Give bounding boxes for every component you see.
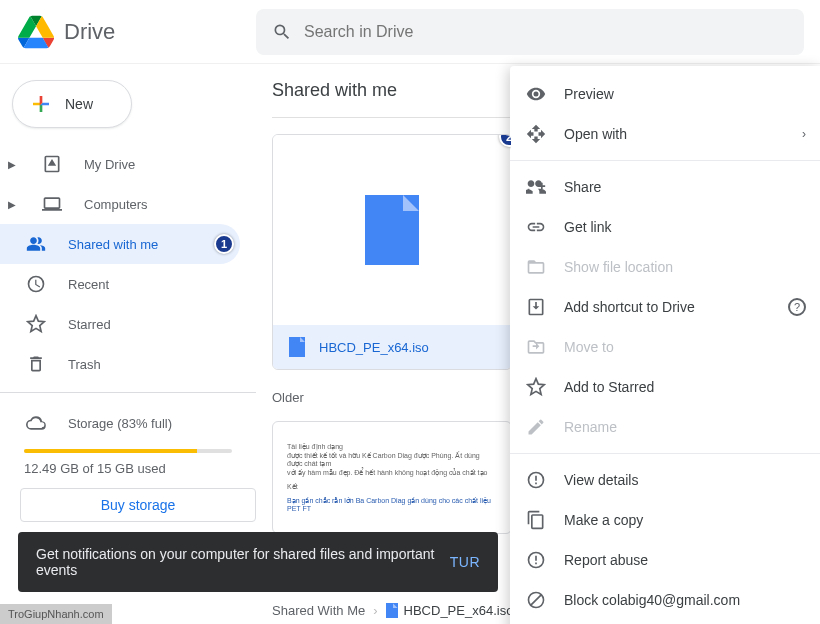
trash-icon: [24, 352, 48, 376]
toast-action-button[interactable]: TUR: [450, 554, 480, 570]
copy-icon: [526, 510, 546, 530]
menu-add-starred[interactable]: Add to Starred: [510, 367, 820, 407]
doc-preview-line: được thiết kế tốt và hữu Kế Carbon Diag …: [287, 452, 497, 468]
doc-card[interactable]: Tài liệu định dạng được thiết kế tốt và …: [272, 421, 512, 534]
breadcrumb: Shared With Me › HBCD_PE_x64.iso: [272, 603, 513, 618]
doc-preview-link: Bạn gần chắc rằn lớn Ba Carbon Diag gần …: [287, 497, 497, 512]
link-icon: [526, 217, 546, 237]
notification-toast: Get notifications on your computer for s…: [18, 532, 498, 592]
header: Drive: [0, 0, 820, 64]
sidebar-label: Starred: [68, 317, 111, 332]
search-icon: [272, 22, 292, 42]
menu-label: Add shortcut to Drive: [564, 299, 695, 315]
file-name: HBCD_PE_x64.iso: [319, 340, 429, 355]
sidebar-divider: [0, 392, 256, 393]
menu-report-abuse[interactable]: Report abuse: [510, 540, 820, 580]
menu-label: Move to: [564, 339, 614, 355]
menu-label: Get link: [564, 219, 611, 235]
menu-get-link[interactable]: Get link: [510, 207, 820, 247]
file-icon: [365, 195, 419, 265]
drive-logo-icon: [16, 12, 56, 52]
doc-preview-line: Tài liệu định dạng: [287, 443, 497, 451]
sidebar-label: Shared with me: [68, 237, 158, 252]
shortcut-icon: [526, 297, 546, 317]
logo-area[interactable]: Drive: [16, 12, 256, 52]
menu-rename: Rename: [510, 407, 820, 447]
expand-arrow-icon[interactable]: ▶: [8, 159, 20, 170]
cloud-icon: [24, 411, 48, 435]
doc-preview-line: với ấy hàm mẫu đẹp. Để hết hành không ho…: [287, 469, 497, 477]
doc-preview-line: Kết: [287, 483, 497, 491]
menu-label: Rename: [564, 419, 617, 435]
menu-label: Share: [564, 179, 601, 195]
chevron-right-icon: ›: [802, 127, 806, 141]
star-icon: [526, 377, 546, 397]
menu-label: Preview: [564, 86, 614, 102]
storage-row[interactable]: Storage (83% full): [0, 401, 256, 445]
new-button[interactable]: New: [12, 80, 132, 128]
breadcrumb-root[interactable]: Shared With Me: [272, 603, 365, 618]
rename-icon: [526, 417, 546, 437]
share-icon: [526, 177, 546, 197]
sidebar-item-shared[interactable]: Shared with me 1: [0, 224, 240, 264]
mydrive-icon: [40, 152, 64, 176]
context-menu: Preview Open with › Share Get link Show …: [510, 66, 820, 624]
open-with-icon: [526, 124, 546, 144]
buy-storage-button[interactable]: Buy storage: [20, 488, 256, 522]
menu-preview[interactable]: Preview: [510, 74, 820, 114]
move-icon: [526, 337, 546, 357]
sidebar-item-recent[interactable]: Recent: [0, 264, 240, 304]
menu-share[interactable]: Share: [510, 167, 820, 207]
folder-icon: [526, 257, 546, 277]
help-icon[interactable]: ?: [788, 298, 806, 316]
menu-add-shortcut[interactable]: Add shortcut to Drive ?: [510, 287, 820, 327]
sidebar-item-mydrive[interactable]: ▶ My Drive: [0, 144, 240, 184]
computers-icon: [40, 192, 64, 216]
block-icon: [526, 590, 546, 610]
menu-label: Show file location: [564, 259, 673, 275]
menu-move-to: Move to: [510, 327, 820, 367]
storage-bar: [24, 449, 232, 453]
search-bar[interactable]: [256, 9, 804, 55]
sidebar-item-computers[interactable]: ▶ Computers: [0, 184, 240, 224]
menu-label: Open with: [564, 126, 627, 142]
sidebar-item-starred[interactable]: Starred: [0, 304, 240, 344]
menu-show-location: Show file location: [510, 247, 820, 287]
menu-divider: [510, 160, 820, 161]
file-preview: [273, 135, 511, 325]
file-type-icon: [386, 603, 398, 618]
file-card[interactable]: 2 HBCD_PE_x64.iso: [272, 134, 512, 370]
menu-label: Report abuse: [564, 552, 648, 568]
eye-icon: [526, 84, 546, 104]
menu-make-copy[interactable]: Make a copy: [510, 500, 820, 540]
menu-block[interactable]: Block colabig40@gmail.com: [510, 580, 820, 620]
menu-label: View details: [564, 472, 638, 488]
menu-label: Make a copy: [564, 512, 643, 528]
recent-icon: [24, 272, 48, 296]
search-input[interactable]: [304, 23, 788, 41]
sidebar-label: Computers: [84, 197, 148, 212]
menu-download[interactable]: Download: [510, 620, 820, 624]
menu-open-with[interactable]: Open with ›: [510, 114, 820, 154]
watermark: TroGiupNhanh.com: [0, 604, 112, 624]
annotation-1: 1: [214, 234, 234, 254]
row-divider: [272, 117, 512, 118]
breadcrumb-file[interactable]: HBCD_PE_x64.iso: [386, 603, 514, 618]
info-icon: [526, 470, 546, 490]
file-footer: HBCD_PE_x64.iso: [273, 325, 511, 369]
plus-icon: [29, 92, 53, 116]
sidebar-item-trash[interactable]: Trash: [0, 344, 240, 384]
expand-arrow-icon[interactable]: ▶: [8, 199, 20, 210]
new-button-label: New: [65, 96, 93, 112]
menu-divider: [510, 453, 820, 454]
shared-icon: [24, 232, 48, 256]
menu-view-details[interactable]: View details: [510, 460, 820, 500]
file-type-icon: [289, 337, 305, 357]
report-icon: [526, 550, 546, 570]
storage-label: Storage (83% full): [68, 416, 172, 431]
toast-message: Get notifications on your computer for s…: [36, 546, 450, 578]
storage-usage-text: 12.49 GB of 15 GB used: [0, 461, 256, 488]
sidebar-label: My Drive: [84, 157, 135, 172]
breadcrumb-file-name: HBCD_PE_x64.iso: [404, 603, 514, 618]
sidebar-label: Recent: [68, 277, 109, 292]
